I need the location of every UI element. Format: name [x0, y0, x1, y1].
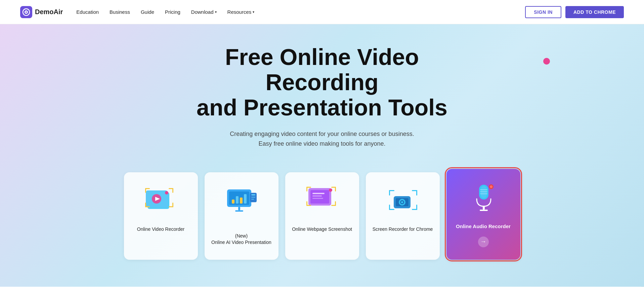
- svg-rect-58: [480, 189, 487, 190]
- svg-point-64: [490, 185, 492, 188]
- nav-actions: SIGN IN ADD TO CHROME: [525, 6, 624, 18]
- svg-rect-24: [235, 210, 243, 212]
- svg-rect-41: [335, 201, 336, 206]
- svg-rect-33: [312, 198, 323, 199]
- nav-pricing[interactable]: Pricing: [165, 9, 180, 15]
- svg-rect-20: [236, 196, 239, 204]
- svg-rect-60: [480, 193, 487, 194]
- svg-rect-51: [416, 190, 417, 195]
- logo[interactable]: DemoAir: [20, 6, 63, 18]
- navbar: DemoAir Education Business Guide Pricing…: [0, 0, 644, 24]
- svg-rect-30: [310, 190, 329, 204]
- svg-rect-26: [251, 194, 255, 195]
- svg-rect-39: [306, 201, 307, 206]
- hero-decoration-dot: [543, 58, 550, 65]
- svg-rect-32: [312, 195, 322, 196]
- svg-point-3: [26, 11, 27, 13]
- svg-rect-7: [145, 188, 146, 193]
- svg-rect-9: [172, 188, 173, 193]
- logo-text: DemoAir: [35, 8, 63, 16]
- card-video-recorder[interactable]: Online Video Recorder: [124, 172, 198, 260]
- svg-rect-61: [483, 206, 485, 210]
- svg-rect-59: [480, 191, 487, 192]
- svg-rect-28: [251, 199, 254, 200]
- nav-download[interactable]: Download ▾: [191, 9, 217, 15]
- card-screen-recorder-label: Screen Recorder for Chrome: [373, 226, 433, 233]
- svg-rect-23: [238, 207, 240, 210]
- logo-icon: [20, 6, 32, 18]
- video-recorder-icon: [141, 180, 181, 221]
- nav-guide[interactable]: Guide: [141, 9, 154, 15]
- svg-rect-22: [244, 194, 247, 204]
- hero-title: Free Online Video Recording and Presenta…: [171, 44, 473, 120]
- card-audio-recorder-arrow[interactable]: →: [478, 237, 489, 247]
- card-webpage-screenshot[interactable]: Online Webpage Screenshot: [285, 172, 359, 260]
- svg-rect-49: [389, 190, 390, 195]
- download-chevron-icon: ▾: [215, 10, 217, 14]
- nav-resources[interactable]: Resources ▾: [227, 9, 255, 15]
- sign-in-button[interactable]: SIGN IN: [525, 6, 561, 18]
- svg-rect-27: [251, 197, 255, 198]
- cards-row: Online Video Recorder: [87, 169, 557, 260]
- card-ai-presentation[interactable]: (New) Online AI Video Presentation: [205, 172, 278, 260]
- hero-section: Free Online Video Recording and Presenta…: [0, 24, 644, 287]
- card-webpage-screenshot-label: Online Webpage Screenshot: [292, 226, 352, 233]
- add-to-chrome-button[interactable]: ADD TO CHROME: [565, 6, 624, 18]
- card-video-recorder-label: Online Video Recorder: [137, 226, 184, 233]
- resources-chevron-icon: ▾: [253, 10, 254, 14]
- card-audio-recorder[interactable]: Online Audio Recorder →: [446, 169, 520, 260]
- audio-recorder-icon: [463, 177, 504, 217]
- ai-presentation-icon: [221, 180, 262, 221]
- svg-rect-62: [480, 210, 488, 211]
- svg-rect-37: [335, 187, 336, 191]
- svg-rect-21: [240, 198, 243, 204]
- nav-education[interactable]: Education: [76, 9, 99, 15]
- svg-point-42: [329, 188, 332, 192]
- nav-business[interactable]: Business: [110, 9, 130, 15]
- svg-rect-11: [145, 203, 146, 207]
- svg-rect-55: [416, 205, 417, 210]
- card-audio-recorder-label: Online Audio Recorder: [456, 223, 511, 230]
- card-ai-presentation-label: (New) Online AI Video Presentation: [211, 226, 271, 246]
- card-screen-recorder[interactable]: Screen Recorder for Chrome: [366, 172, 440, 260]
- svg-rect-35: [306, 187, 307, 191]
- svg-point-16: [165, 191, 168, 194]
- svg-rect-19: [232, 200, 234, 204]
- svg-rect-31: [312, 193, 325, 194]
- svg-point-47: [401, 201, 403, 203]
- svg-rect-53: [389, 205, 390, 210]
- nav-links: Education Business Guide Pricing Downloa…: [76, 9, 525, 15]
- screen-recorder-icon: [383, 180, 423, 221]
- webpage-screenshot-icon: [302, 180, 342, 221]
- hero-subtitle: Creating engaging video content for your…: [230, 129, 414, 149]
- svg-rect-13: [172, 203, 173, 207]
